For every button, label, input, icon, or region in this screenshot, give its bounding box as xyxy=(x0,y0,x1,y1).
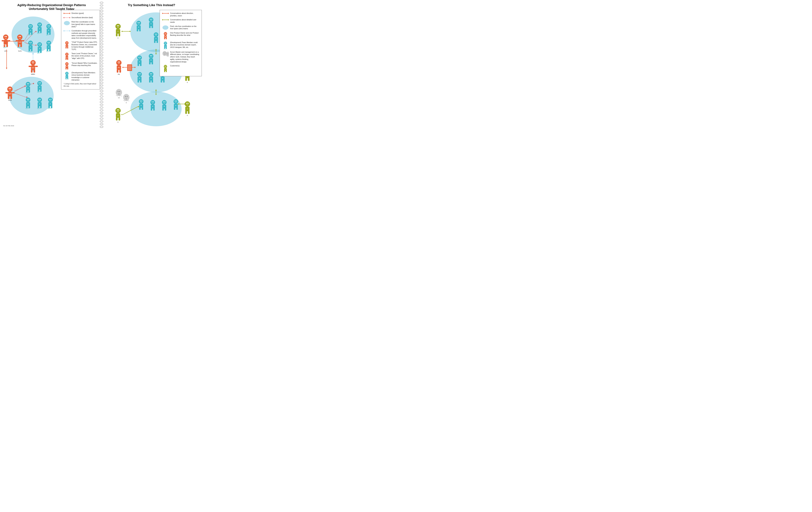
arrow-orange-right-icon xyxy=(162,12,169,15)
svg-point-174 xyxy=(65,72,68,75)
spiral-ring xyxy=(100,109,104,112)
svg-text:D: D xyxy=(48,30,49,31)
svg-point-281 xyxy=(139,73,139,74)
svg-rect-341 xyxy=(165,108,166,111)
svg-point-352 xyxy=(118,110,119,111)
svg-point-33 xyxy=(28,24,33,29)
svg-text:CPO: CPO xyxy=(66,46,68,47)
svg-text:D: D xyxy=(39,28,40,30)
svg-rect-92 xyxy=(8,96,9,99)
svg-rect-179 xyxy=(67,78,68,79)
right-panel: Try Something Like This Instead? C C xyxy=(102,0,203,128)
cpo-figure-icon: CPO xyxy=(64,41,70,49)
svg-point-89 xyxy=(9,88,10,89)
spiral-ring xyxy=(100,118,104,120)
left-diagram: CPO CPO TLPO TLPO xyxy=(0,8,66,124)
svg-point-34 xyxy=(30,26,30,26)
svg-rect-37 xyxy=(29,32,30,35)
spiral-ring xyxy=(100,21,104,23)
svg-rect-340 xyxy=(162,108,164,111)
svg-point-105 xyxy=(27,83,28,84)
svg-text:C: C xyxy=(118,31,119,32)
svg-marker-379 xyxy=(168,13,169,14)
spiral-binding xyxy=(99,0,104,128)
svg-point-68 xyxy=(47,40,51,45)
po-figure-icon: PO xyxy=(162,32,169,40)
svg-point-343 xyxy=(174,99,178,104)
svg-rect-298 xyxy=(161,80,162,83)
svg-point-337 xyxy=(163,101,164,102)
svg-rect-207 xyxy=(151,26,153,28)
svg-point-394 xyxy=(166,42,166,43)
svg-point-407 xyxy=(164,65,167,68)
svg-point-54 xyxy=(28,40,33,45)
svg-point-228 xyxy=(154,32,158,37)
spiral-ring xyxy=(100,43,104,45)
svg-point-167 xyxy=(65,62,68,65)
svg-point-161 xyxy=(66,54,67,54)
svg-text:PO: PO xyxy=(118,67,120,68)
svg-rect-327 xyxy=(142,108,143,110)
svg-marker-194 xyxy=(121,31,122,32)
legend-item-user-needs: Conversations about detailed user needs xyxy=(162,19,199,23)
svg-point-330 xyxy=(152,101,152,102)
svg-point-282 xyxy=(140,73,141,74)
arrow-blue-dashed-icon xyxy=(64,30,70,32)
footer: MJ 20 Feb 2018 xyxy=(3,125,14,127)
svg-point-229 xyxy=(155,34,156,35)
sm-m-figure-icon: SM M xyxy=(162,51,169,59)
svg-point-312 xyxy=(116,89,122,96)
svg-point-35 xyxy=(31,26,32,26)
legend-item-secondhand: Secondhand direction (bad) xyxy=(64,16,97,19)
svg-text:SMWC: SMWC xyxy=(32,67,35,68)
legend-text-tlpo: Team Level "Product Owner," not the owne… xyxy=(71,52,97,60)
svg-text:D: D xyxy=(30,30,31,31)
spiral-ring xyxy=(100,120,104,122)
svg-marker-147 xyxy=(69,17,70,18)
svg-point-185 xyxy=(117,25,118,26)
svg-text:D: D xyxy=(175,105,176,106)
svg-rect-165 xyxy=(67,58,68,60)
spiral-ring xyxy=(100,35,104,37)
svg-rect-7 xyxy=(6,44,8,47)
svg-point-56 xyxy=(31,42,32,43)
svg-point-80 xyxy=(33,62,34,63)
svg-text:D: D xyxy=(151,59,151,61)
svg-text:M: M xyxy=(168,54,168,55)
svg-point-1 xyxy=(9,77,54,115)
svg-text:C: C xyxy=(187,82,188,83)
spiral-ring xyxy=(100,90,104,92)
svg-point-186 xyxy=(118,25,119,26)
svg-point-322 xyxy=(139,99,143,104)
svg-point-400 xyxy=(164,53,164,53)
spiral-ring xyxy=(100,68,104,70)
svg-point-69 xyxy=(48,42,49,43)
svg-rect-129 xyxy=(38,106,39,108)
svg-point-61 xyxy=(37,42,42,47)
svg-point-78 xyxy=(30,60,36,65)
svg-point-168 xyxy=(66,63,67,64)
svg-point-289 xyxy=(151,73,152,74)
svg-rect-178 xyxy=(65,78,66,79)
svg-point-336 xyxy=(162,100,167,104)
spiral-ring xyxy=(100,40,104,42)
svg-point-47 xyxy=(47,24,51,29)
svg-rect-348 xyxy=(176,108,178,110)
svg-text:D: D xyxy=(155,38,156,39)
spiral-ring xyxy=(100,107,104,109)
svg-rect-130 xyxy=(40,106,41,108)
svg-point-134 xyxy=(51,99,52,100)
svg-text:SM: SM xyxy=(118,97,120,98)
svg-rect-291 xyxy=(149,80,151,83)
svg-text:D: D xyxy=(165,46,166,47)
svg-marker-360 xyxy=(121,114,122,115)
spiral-ring xyxy=(100,85,104,87)
svg-rect-306 xyxy=(188,78,190,81)
svg-rect-200 xyxy=(139,29,141,31)
svg-rect-292 xyxy=(151,80,153,83)
svg-point-324 xyxy=(142,101,142,101)
svg-point-280 xyxy=(137,72,142,77)
legend-item-direction: Conversations about direction, prioritie… xyxy=(162,12,199,17)
svg-rect-285 xyxy=(140,80,142,83)
svg-point-169 xyxy=(67,63,68,64)
